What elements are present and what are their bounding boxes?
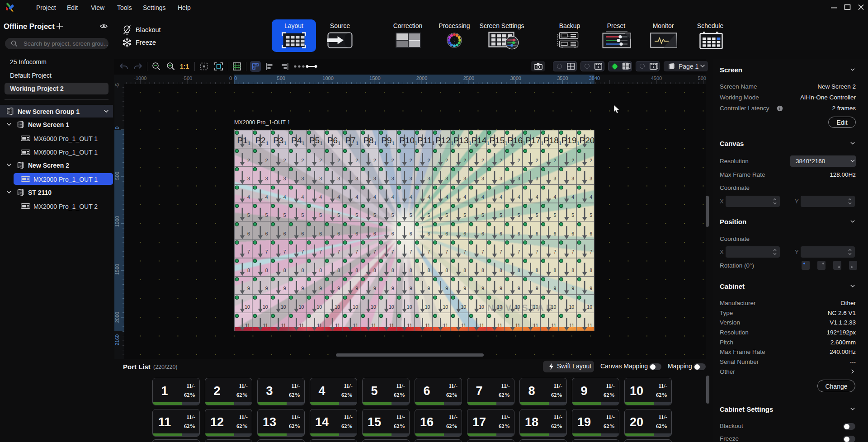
svg-text:8: 8 [410, 268, 412, 273]
svg-text:9: 9 [463, 286, 466, 291]
svg-text:4: 4 [355, 194, 358, 200]
svg-text:P71: P71 [345, 136, 359, 146]
svg-text:8: 8 [536, 268, 538, 273]
svg-text:9: 9 [373, 286, 376, 291]
svg-text:9: 9 [481, 286, 484, 291]
svg-text:6: 6 [392, 231, 394, 236]
svg-text:3: 3 [553, 176, 556, 181]
svg-text:5: 5 [392, 212, 394, 218]
svg-text:6: 6 [553, 231, 556, 236]
svg-text:11: 11 [263, 323, 268, 328]
svg-text:10: 10 [461, 304, 466, 310]
svg-text:4: 4 [302, 194, 304, 200]
svg-text:3: 3 [319, 176, 322, 181]
svg-text:2: 2 [302, 158, 304, 163]
svg-text:9: 9 [247, 286, 250, 291]
svg-text:5: 5 [373, 212, 376, 218]
svg-text:P41: P41 [291, 136, 305, 146]
svg-text:4: 4 [553, 194, 556, 200]
svg-text:3: 3 [500, 176, 502, 181]
svg-text:8: 8 [518, 268, 520, 273]
svg-text:5: 5 [500, 212, 502, 218]
svg-text:5: 5 [428, 212, 430, 218]
svg-text:4: 4 [463, 194, 466, 200]
svg-text:8: 8 [283, 268, 286, 273]
svg-text:2: 2 [481, 158, 484, 163]
svg-text:4: 4 [247, 194, 250, 200]
svg-text:6: 6 [355, 231, 358, 236]
svg-text:9: 9 [445, 286, 448, 291]
svg-text:10: 10 [299, 304, 304, 310]
svg-text:6: 6 [590, 231, 592, 236]
svg-text:6: 6 [463, 231, 466, 236]
svg-text:8: 8 [481, 268, 484, 273]
svg-text:3: 3 [355, 176, 358, 181]
svg-text:7: 7 [500, 249, 502, 254]
svg-text:9: 9 [536, 286, 538, 291]
svg-text:11: 11 [389, 323, 394, 328]
svg-text:7: 7 [428, 249, 430, 254]
svg-text:2: 2 [392, 158, 394, 163]
svg-text:10: 10 [497, 304, 502, 310]
svg-text:4: 4 [571, 194, 574, 200]
svg-text:9: 9 [553, 286, 556, 291]
svg-text:9: 9 [410, 286, 412, 291]
svg-text:5: 5 [481, 212, 484, 218]
svg-text:P81: P81 [363, 136, 377, 146]
svg-text:9: 9 [265, 286, 268, 291]
svg-text:9: 9 [302, 286, 304, 291]
svg-text:5: 5 [319, 212, 322, 218]
svg-text:4: 4 [428, 194, 430, 200]
svg-text:6: 6 [283, 231, 286, 236]
svg-text:8: 8 [302, 268, 304, 273]
svg-text:P151: P151 [489, 136, 507, 146]
svg-text:2: 2 [536, 158, 538, 163]
svg-text:9: 9 [500, 286, 502, 291]
svg-text:7: 7 [590, 249, 592, 254]
svg-text:7: 7 [319, 249, 322, 254]
svg-text:5: 5 [571, 212, 574, 218]
svg-text:11: 11 [551, 323, 556, 328]
svg-text:5: 5 [445, 212, 448, 218]
svg-text:6: 6 [319, 231, 322, 236]
svg-text:4: 4 [392, 194, 394, 200]
svg-text:10: 10 [443, 304, 448, 310]
svg-text:8: 8 [590, 268, 592, 273]
svg-text:6: 6 [247, 231, 250, 236]
svg-text:11: 11 [461, 323, 466, 328]
svg-text:6: 6 [265, 231, 268, 236]
svg-text:7: 7 [536, 249, 538, 254]
svg-text:11: 11 [335, 323, 340, 328]
svg-text:3: 3 [590, 176, 592, 181]
svg-text:7: 7 [355, 249, 358, 254]
svg-text:11: 11 [353, 323, 358, 328]
svg-text:11: 11 [497, 323, 502, 328]
svg-text:4: 4 [373, 194, 376, 200]
svg-text:P101: P101 [399, 136, 417, 146]
svg-text:2: 2 [283, 158, 286, 163]
svg-text:7: 7 [392, 249, 394, 254]
svg-text:11: 11 [569, 323, 574, 328]
svg-text:4: 4 [445, 194, 448, 200]
svg-text:10: 10 [479, 304, 484, 310]
svg-text:7: 7 [518, 249, 520, 254]
svg-text:5: 5 [355, 212, 358, 218]
svg-text:2: 2 [463, 158, 466, 163]
svg-text:3: 3 [283, 176, 286, 181]
svg-text:5: 5 [337, 212, 340, 218]
svg-text:10: 10 [317, 304, 322, 310]
svg-text:10: 10 [281, 304, 286, 310]
svg-text:6: 6 [302, 231, 304, 236]
svg-text:10: 10 [389, 304, 394, 310]
svg-text:5: 5 [536, 212, 538, 218]
svg-text:4: 4 [265, 194, 268, 200]
svg-text:8: 8 [553, 268, 556, 273]
svg-text:9: 9 [518, 286, 520, 291]
svg-text:9: 9 [571, 286, 574, 291]
svg-text:11: 11 [407, 323, 412, 328]
svg-text:P171: P171 [525, 136, 543, 146]
svg-text:5: 5 [518, 212, 520, 218]
svg-text:P21: P21 [255, 136, 269, 146]
svg-text:10: 10 [263, 304, 268, 310]
svg-text:8: 8 [463, 268, 466, 273]
